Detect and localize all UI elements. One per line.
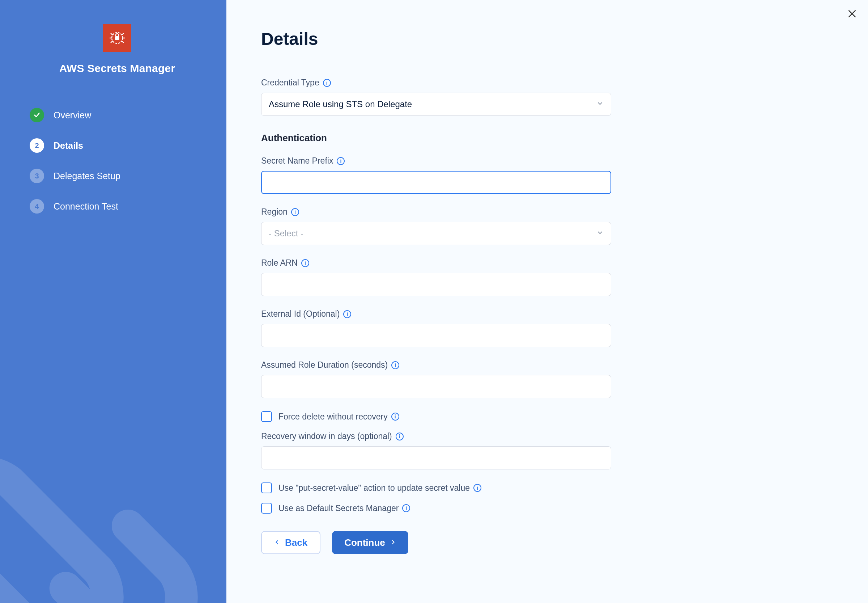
field-external-id: External Id (Optional) i — [261, 309, 611, 347]
info-icon[interactable]: i — [343, 310, 351, 318]
page-title: Details — [261, 29, 833, 49]
field-region: Region i - Select - — [261, 207, 611, 245]
continue-button[interactable]: Continue — [332, 531, 408, 554]
role-arn-input[interactable] — [261, 273, 611, 296]
step-label: Delegates Setup — [54, 171, 120, 181]
label-text: Credential Type — [261, 78, 319, 88]
chevron-left-icon — [274, 538, 280, 547]
field-label: Region i — [261, 207, 611, 217]
button-label: Back — [285, 537, 307, 548]
field-label: Secret Name Prefix i — [261, 156, 611, 166]
field-label: External Id (Optional) i — [261, 309, 611, 319]
info-icon[interactable]: i — [337, 157, 345, 165]
default-secrets-manager-checkbox[interactable] — [261, 503, 272, 513]
checkbox-label: Use "put-secret-value" action to update … — [279, 483, 481, 493]
field-credential-type: Credential Type i Assume Role using STS … — [261, 78, 611, 116]
step-label: Overview — [54, 110, 91, 121]
field-assumed-role-duration: Assumed Role Duration (seconds) i — [261, 360, 611, 398]
step-connection-test[interactable]: 4 Connection Test — [30, 191, 205, 221]
svg-line-3 — [122, 33, 124, 35]
details-form: Credential Type i Assume Role using STS … — [261, 78, 611, 554]
field-label: Credential Type i — [261, 78, 611, 88]
main-panel: Details Credential Type i Assume Role us… — [227, 0, 868, 603]
chevron-down-icon — [597, 228, 604, 238]
field-recovery-window: Recovery window in days (optional) i — [261, 431, 611, 470]
step-number-icon: 3 — [30, 169, 44, 183]
step-number-icon: 4 — [30, 199, 44, 213]
chevron-right-icon — [390, 538, 396, 547]
checkbox-label: Force delete without recovery i — [279, 412, 399, 422]
sidebar-title: AWS Secrets Manager — [30, 62, 205, 74]
checkbox-put-secret-value: Use "put-secret-value" action to update … — [261, 482, 611, 493]
bug-lock-icon — [108, 29, 126, 47]
info-icon[interactable]: i — [402, 504, 410, 512]
sidebar-bg-decoration — [0, 422, 217, 603]
put-secret-value-checkbox[interactable] — [261, 482, 272, 493]
label-text: Role ARN — [261, 258, 298, 268]
credential-type-select[interactable]: Assume Role using STS on Delegate — [261, 93, 611, 116]
field-label: Role ARN i — [261, 258, 611, 268]
svg-line-5 — [122, 41, 124, 43]
svg-line-4 — [111, 41, 113, 43]
label-text: Assumed Role Duration (seconds) — [261, 360, 388, 370]
button-label: Continue — [344, 537, 385, 548]
info-icon[interactable]: i — [291, 208, 299, 216]
field-label: Recovery window in days (optional) i — [261, 431, 611, 441]
info-icon[interactable]: i — [301, 259, 309, 267]
force-delete-checkbox[interactable] — [261, 411, 272, 422]
step-overview[interactable]: Overview — [30, 100, 205, 130]
select-value: Assume Role using STS on Delegate — [269, 99, 412, 109]
secret-name-prefix-input[interactable] — [261, 171, 611, 194]
form-buttons: Back Continue — [261, 531, 611, 554]
label-text: Use "put-secret-value" action to update … — [279, 483, 470, 493]
app-root: AWS Secrets Manager Overview 2 Details 3… — [0, 0, 868, 603]
checkbox-force-delete: Force delete without recovery i — [261, 411, 611, 422]
step-label: Details — [54, 141, 83, 151]
sidebar-header: AWS Secrets Manager — [30, 24, 205, 74]
step-delegates-setup[interactable]: 3 Delegates Setup — [30, 161, 205, 191]
info-icon[interactable]: i — [391, 361, 399, 369]
sidebar: AWS Secrets Manager Overview 2 Details 3… — [0, 0, 227, 603]
authentication-heading: Authentication — [261, 133, 611, 144]
field-role-arn: Role ARN i — [261, 258, 611, 296]
field-label: Assumed Role Duration (seconds) i — [261, 360, 611, 370]
recovery-window-input[interactable] — [261, 446, 611, 470]
label-text: External Id (Optional) — [261, 309, 339, 319]
checkbox-label: Use as Default Secrets Manager i — [279, 504, 410, 513]
close-icon — [847, 9, 857, 19]
wizard-steps: Overview 2 Details 3 Delegates Setup 4 C… — [30, 100, 205, 221]
info-icon[interactable]: i — [391, 413, 399, 421]
step-number-icon: 2 — [30, 138, 44, 153]
step-details[interactable]: 2 Details — [30, 130, 205, 161]
check-icon — [30, 108, 44, 122]
svg-rect-1 — [115, 36, 119, 40]
label-text: Region — [261, 207, 288, 217]
svg-line-2 — [111, 33, 113, 35]
back-button[interactable]: Back — [261, 531, 321, 554]
label-text: Secret Name Prefix — [261, 156, 333, 166]
aws-secrets-manager-logo — [103, 24, 131, 52]
field-secret-name-prefix: Secret Name Prefix i — [261, 156, 611, 194]
info-icon[interactable]: i — [473, 484, 481, 492]
info-icon[interactable]: i — [323, 79, 331, 87]
external-id-input[interactable] — [261, 324, 611, 347]
label-text: Recovery window in days (optional) — [261, 431, 392, 441]
assumed-role-duration-input[interactable] — [261, 375, 611, 398]
label-text: Use as Default Secrets Manager — [279, 504, 399, 513]
info-icon[interactable]: i — [396, 433, 404, 441]
step-label: Connection Test — [54, 201, 118, 212]
select-placeholder: - Select - — [269, 228, 304, 238]
region-select[interactable]: - Select - — [261, 222, 611, 245]
label-text: Force delete without recovery — [279, 412, 388, 422]
checkbox-default-secrets-manager: Use as Default Secrets Manager i — [261, 503, 611, 513]
close-button[interactable] — [845, 6, 859, 21]
chevron-down-icon — [597, 99, 604, 109]
